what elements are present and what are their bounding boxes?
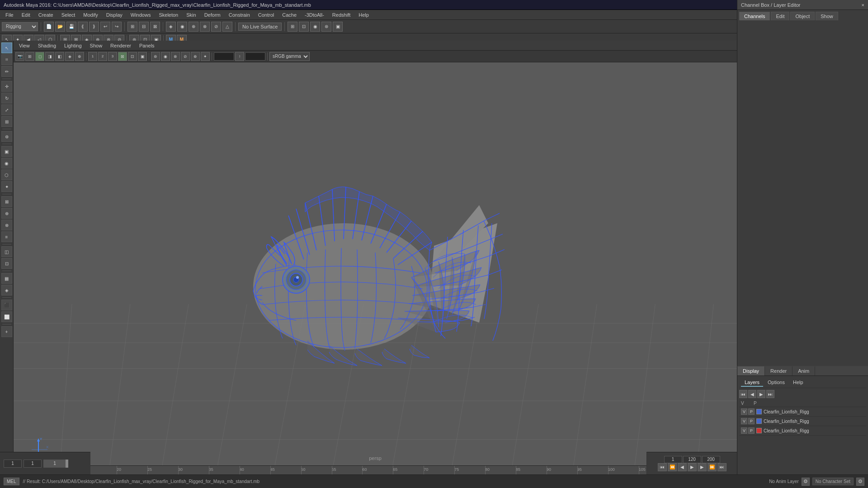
- tab-edit[interactable]: Edit: [771, 12, 789, 20]
- tb-btn-14[interactable]: ⊗: [200, 22, 210, 32]
- tool-misc-1[interactable]: ◫: [1, 246, 12, 257]
- vp-misc-btn-2[interactable]: ⊗: [171, 52, 180, 61]
- vp-camera-btn[interactable]: 📷: [15, 52, 24, 61]
- tool-misc-3[interactable]: ▦: [1, 273, 12, 284]
- menu-item-control[interactable]: Control: [255, 11, 278, 19]
- vp-shade-btn-1[interactable]: ◨: [45, 52, 54, 61]
- pb-go-end[interactable]: ⏭: [717, 463, 726, 471]
- pb-go-start[interactable]: ⏮: [658, 463, 667, 471]
- gamma-select[interactable]: sRGB gamma: [269, 52, 310, 61]
- soft-mod-tool[interactable]: ⊛: [1, 131, 12, 142]
- menu-item-select[interactable]: Select: [58, 11, 79, 19]
- vp-misc-btn-1[interactable]: ◉: [161, 52, 170, 61]
- layer-next-btn[interactable]: ▶: [757, 390, 765, 398]
- start-frame-input[interactable]: [4, 460, 22, 468]
- tool-rect[interactable]: ▣: [1, 146, 12, 157]
- menu-item-constrain[interactable]: Constrain: [225, 11, 254, 19]
- tb-btn-16[interactable]: △: [222, 22, 232, 32]
- menu-item-cache[interactable]: Cache: [278, 11, 300, 19]
- tab-show[interactable]: Show: [816, 12, 838, 20]
- tb-btn-12[interactable]: ◉: [177, 22, 187, 32]
- vp-value-2[interactable]: 1.00: [245, 52, 265, 61]
- pb-end-input[interactable]: [683, 456, 701, 463]
- vp-misc-btn-3[interactable]: ⊘: [181, 52, 190, 61]
- tb-btn-undo[interactable]: ↩: [100, 22, 110, 32]
- tb-btn-9[interactable]: ⊟: [139, 22, 149, 32]
- pb-play[interactable]: ▶: [688, 463, 697, 471]
- scale-tool[interactable]: ⤢: [1, 104, 12, 115]
- tb-btn-10[interactable]: ⊠: [150, 22, 160, 32]
- layer-prev-btn[interactable]: ◀: [748, 390, 756, 398]
- layer-2-v-btn[interactable]: V: [741, 418, 747, 424]
- layers-tab[interactable]: Layers: [741, 379, 763, 387]
- tool-expand[interactable]: ⊕: [1, 208, 12, 219]
- menu-item-redshift[interactable]: Redshift: [329, 11, 354, 19]
- menu-item-create[interactable]: Create: [35, 11, 57, 19]
- menu-item-skeleton[interactable]: Skeleton: [155, 11, 182, 19]
- vp-menu-view[interactable]: View: [15, 42, 33, 49]
- tb-btn-11[interactable]: ◈: [166, 22, 176, 32]
- vp-value-1[interactable]: 0.00: [214, 52, 234, 61]
- vp-shade-btn-4[interactable]: ⊕: [75, 52, 84, 61]
- vp-snap-btn[interactable]: ⊛: [151, 52, 160, 61]
- tool-misc-6[interactable]: ⬜: [1, 311, 12, 322]
- layer-3-v-btn[interactable]: V: [741, 427, 747, 434]
- vp-mode-btn-2[interactable]: ⊡: [128, 52, 137, 61]
- menu-item-help[interactable]: Help: [355, 11, 373, 19]
- char-set-settings-icon[interactable]: ⚙: [856, 478, 864, 486]
- tb-btn-render-3[interactable]: ◉: [310, 22, 320, 32]
- tb-btn-5[interactable]: ⟫: [89, 22, 99, 32]
- layer-1-p-btn[interactable]: P: [748, 408, 755, 415]
- tool-misc-7[interactable]: +: [1, 326, 12, 337]
- tool-cross[interactable]: ✦: [1, 181, 12, 192]
- menu-item-windows[interactable]: Windows: [127, 11, 155, 19]
- vp-menu-renderer[interactable]: Renderer: [107, 42, 135, 49]
- tb-btn-15[interactable]: ⊘: [211, 22, 221, 32]
- vp-res-btn-3[interactable]: 3: [108, 52, 117, 61]
- mode-selector[interactable]: Rigging: [2, 22, 38, 31]
- move-tool[interactable]: ✛: [1, 81, 12, 92]
- tb-btn-render-1[interactable]: ⊞: [288, 22, 297, 32]
- tab-object[interactable]: Object: [790, 12, 815, 20]
- mel-indicator[interactable]: MEL: [4, 478, 19, 485]
- vp-misc-btn-4[interactable]: ⊕: [191, 52, 200, 61]
- tab-display[interactable]: Display: [737, 366, 765, 375]
- select-tool[interactable]: ↖: [1, 42, 12, 53]
- layer-2-p-btn[interactable]: P: [748, 418, 755, 424]
- timeline-ruler[interactable]: 1510152025303540455055606570758085909510…: [0, 466, 737, 474]
- tool-misc-5[interactable]: ⬛: [1, 300, 12, 310]
- vp-shade-btn-2[interactable]: ◧: [55, 52, 64, 61]
- tb-btn-render-5[interactable]: ▣: [333, 22, 343, 32]
- vp-grid-btn[interactable]: ⊞: [25, 52, 34, 61]
- tb-btn-8[interactable]: ⊞: [127, 22, 137, 32]
- layer-3-p-btn[interactable]: P: [748, 427, 755, 434]
- tool-oval[interactable]: ◉: [1, 158, 12, 169]
- vp-wireframe-btn[interactable]: ◻: [35, 52, 44, 61]
- vp-menu-shading[interactable]: Shading: [34, 42, 60, 49]
- layer-last-btn[interactable]: ⏭: [766, 390, 774, 398]
- paint-tool[interactable]: ✏: [1, 66, 12, 77]
- tool-hex[interactable]: ⬡: [1, 169, 12, 180]
- tb-btn-render-4[interactable]: ⊛: [321, 22, 331, 32]
- vp-menu-lighting[interactable]: Lighting: [61, 42, 85, 49]
- tool-grid[interactable]: ⊠: [1, 196, 12, 207]
- open-button[interactable]: 📂: [55, 22, 65, 32]
- channel-box-close-icon[interactable]: ×: [862, 2, 864, 8]
- vp-misc-btn-5[interactable]: ✦: [201, 52, 210, 61]
- lasso-tool[interactable]: ⌗: [1, 54, 12, 65]
- transform-tool[interactable]: ⊞: [1, 116, 12, 127]
- menu-item-file[interactable]: File: [2, 11, 17, 19]
- menu-item-display[interactable]: Display: [103, 11, 126, 19]
- frame-display[interactable]: [43, 460, 66, 468]
- vp-menu-show[interactable]: Show: [86, 42, 106, 49]
- pb-start-input[interactable]: [664, 456, 682, 463]
- rotate-tool[interactable]: ↻: [1, 93, 12, 103]
- tb-btn-render-2[interactable]: ⊡: [299, 22, 309, 32]
- tb-btn-13[interactable]: ⊕: [189, 22, 198, 32]
- menu-item-3dtoall[interactable]: -3DtoAll-: [301, 11, 328, 19]
- vp-menu-panels[interactable]: Panels: [136, 42, 158, 49]
- save-button[interactable]: 💾: [66, 22, 76, 32]
- tab-anim[interactable]: Anim: [793, 366, 815, 375]
- pb-prev-frame[interactable]: ◀: [678, 463, 687, 471]
- layer-1-v-btn[interactable]: V: [741, 408, 747, 415]
